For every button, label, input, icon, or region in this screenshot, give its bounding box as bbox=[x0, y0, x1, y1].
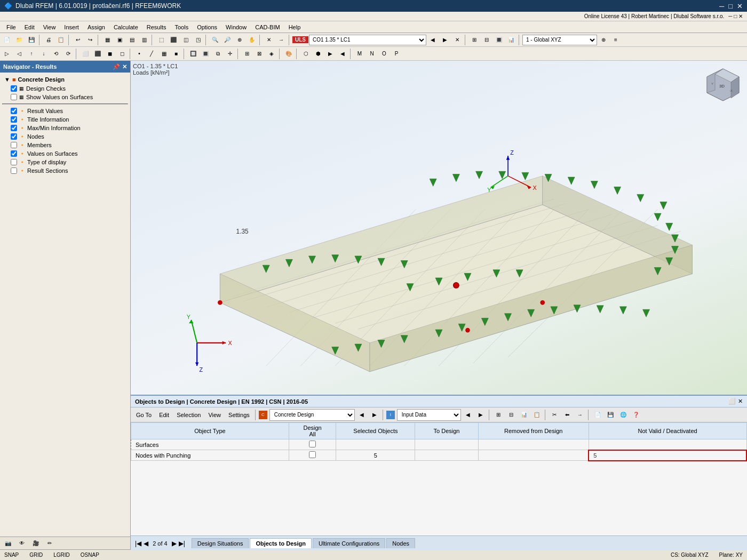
tb2-a[interactable]: 🔲 bbox=[187, 48, 199, 60]
tb2-9[interactable]: ◼ bbox=[104, 48, 116, 60]
tb2-d[interactable]: ✛ bbox=[224, 48, 236, 60]
tb2-5[interactable]: ⟲ bbox=[50, 48, 62, 60]
maximize-btn[interactable]: □ bbox=[728, 2, 733, 10]
status-snap[interactable]: SNAP bbox=[4, 552, 19, 558]
tb-zoom-all[interactable]: ⊕ bbox=[234, 34, 245, 46]
td-design-all-surfaces[interactable] bbox=[289, 439, 336, 450]
nav-cb-nodes[interactable] bbox=[11, 133, 17, 140]
tb-x[interactable]: ✕ bbox=[263, 34, 275, 46]
bp-next2[interactable]: ▶ bbox=[475, 409, 487, 421]
nav-cb-values-surfaces[interactable] bbox=[11, 150, 17, 157]
menu-file[interactable]: File bbox=[2, 23, 20, 31]
nav-item-members[interactable]: 🔸 Members bbox=[2, 141, 128, 149]
tb2-e[interactable]: ⊞ bbox=[241, 48, 253, 60]
status-osnap[interactable]: OSNAP bbox=[81, 552, 99, 558]
tb-b7[interactable]: ◫ bbox=[180, 34, 192, 46]
tb-redo[interactable]: ↪ bbox=[84, 34, 96, 46]
tb-print[interactable]: 🖨 bbox=[43, 34, 54, 46]
nav-cb-show-values[interactable] bbox=[11, 94, 17, 100]
nav-item-design-checks[interactable]: ▦ Design Checks bbox=[2, 84, 128, 93]
tb-print2[interactable]: 📋 bbox=[55, 34, 67, 46]
tb2-b[interactable]: 🔳 bbox=[200, 48, 211, 60]
menu-window[interactable]: Window bbox=[221, 23, 251, 31]
status-grid[interactable]: GRID bbox=[29, 552, 43, 558]
tb-pan[interactable]: ✋ bbox=[246, 34, 258, 46]
nav-section-concrete[interactable]: ▼ ■ Concrete Design bbox=[2, 75, 128, 84]
tb2-1[interactable]: ▷ bbox=[1, 48, 13, 60]
tb-b5[interactable]: ⬚ bbox=[155, 34, 167, 46]
bp-prev[interactable]: ◀ bbox=[356, 409, 368, 421]
tb-load-x[interactable]: ✕ bbox=[451, 34, 463, 46]
bp-next[interactable]: ▶ bbox=[369, 409, 380, 421]
tb-new[interactable]: 📄 bbox=[1, 34, 13, 46]
nav-cb-maxmin[interactable] bbox=[11, 125, 17, 131]
nav-prev[interactable]: ◀ bbox=[144, 540, 148, 547]
load-combo-select[interactable]: CO1 1.35 * LC1 bbox=[309, 35, 426, 45]
tb2-g[interactable]: ◈ bbox=[266, 48, 277, 60]
tb-save[interactable]: 💾 bbox=[26, 34, 37, 46]
nav-item-values-surfaces[interactable]: 🔸 Values on Surfaces bbox=[2, 149, 128, 158]
tab-objects-to-design[interactable]: Objects to Design bbox=[250, 538, 312, 548]
tab-ultimate-configurations[interactable]: Ultimate Configurations bbox=[313, 538, 385, 548]
tb-r3[interactable]: 🔳 bbox=[493, 34, 505, 46]
tb-r4[interactable]: 📊 bbox=[505, 34, 517, 46]
tb2-p[interactable]: P bbox=[391, 48, 402, 60]
tb2-line[interactable]: ╱ bbox=[146, 48, 157, 60]
bp-tb4[interactable]: 📋 bbox=[531, 409, 543, 421]
menu-insert[interactable]: Insert bbox=[60, 23, 83, 31]
nav-pin[interactable]: 📌 bbox=[113, 63, 120, 70]
bp-tb3[interactable]: 📊 bbox=[518, 409, 530, 421]
bp-menu-view[interactable]: View bbox=[205, 411, 224, 419]
bp-tb1[interactable]: ⊞ bbox=[492, 409, 504, 421]
tb-prev-load[interactable]: ◀ bbox=[427, 34, 439, 46]
menu-options[interactable]: Options bbox=[193, 23, 221, 31]
bp-menu-settings[interactable]: Settings bbox=[225, 411, 253, 419]
tb2-10[interactable]: ◻ bbox=[116, 48, 128, 60]
nav-cb-design-checks[interactable] bbox=[11, 85, 17, 92]
nav-first[interactable]: |◀ bbox=[135, 540, 141, 547]
tb-zoom-in[interactable]: 🔍 bbox=[209, 34, 221, 46]
nav-close[interactable]: ✕ bbox=[122, 63, 127, 70]
tb-c2[interactable]: ≡ bbox=[610, 34, 622, 46]
tb2-8[interactable]: ⬛ bbox=[92, 48, 104, 60]
status-lgrid[interactable]: LGRID bbox=[53, 552, 70, 558]
tb-r2[interactable]: ⊟ bbox=[481, 34, 492, 46]
tb-open[interactable]: 📁 bbox=[13, 34, 25, 46]
tab-nodes[interactable]: Nodes bbox=[386, 538, 415, 548]
tb2-k[interactable]: ▶ bbox=[324, 48, 336, 60]
tb2-solid[interactable]: ■ bbox=[170, 48, 182, 60]
bp-tb10[interactable]: 🌐 bbox=[617, 409, 629, 421]
cb-design-all-surfaces[interactable] bbox=[309, 441, 316, 447]
cb-design-all-punching[interactable] bbox=[309, 451, 316, 458]
tb2-c[interactable]: ⧉ bbox=[212, 48, 224, 60]
nav-item-nodes[interactable]: 🔸 Nodes bbox=[2, 132, 128, 141]
tb2-f[interactable]: ⊠ bbox=[253, 48, 265, 60]
bp-tb9[interactable]: 💾 bbox=[605, 409, 616, 421]
bp-tb6[interactable]: ⬅ bbox=[561, 409, 573, 421]
bp-tb7[interactable]: → bbox=[574, 409, 586, 421]
tb-r1[interactable]: ⊞ bbox=[468, 34, 480, 46]
nav-cb-title-info[interactable] bbox=[11, 116, 17, 123]
menu-cadbim[interactable]: CAD-BIM bbox=[251, 23, 284, 31]
viewport-3d[interactable]: CO1 - 1.35 * LC1 Loads [kN/m²] bbox=[131, 61, 747, 395]
menu-view[interactable]: View bbox=[39, 23, 60, 31]
tb-zoom-out[interactable]: 🔎 bbox=[221, 34, 233, 46]
menu-results[interactable]: Results bbox=[142, 23, 171, 31]
nav-cb-result-sections[interactable] bbox=[11, 167, 17, 174]
td-design-all-punching[interactable] bbox=[289, 450, 336, 461]
coord-select[interactable]: 1 - Global XYZ bbox=[522, 35, 597, 45]
tb2-j[interactable]: ⬢ bbox=[312, 48, 324, 60]
menu-edit[interactable]: Edit bbox=[20, 23, 39, 31]
bp-tb2[interactable]: ⊟ bbox=[505, 409, 517, 421]
tb2-l[interactable]: ◀ bbox=[337, 48, 348, 60]
tb2-3[interactable]: ↑ bbox=[26, 48, 37, 60]
tb2-o[interactable]: O bbox=[378, 48, 390, 60]
tab-design-situations[interactable]: Design Situations bbox=[192, 538, 249, 548]
nav-item-result-values[interactable]: 🔸 Result Values bbox=[2, 107, 128, 115]
minimize-btn[interactable]: ─ bbox=[719, 2, 724, 10]
bottom-panel-controls[interactable]: ⬜ ✕ bbox=[728, 398, 743, 405]
tb2-surf[interactable]: ▦ bbox=[158, 48, 170, 60]
nav-btn-camera[interactable]: 📷 bbox=[2, 538, 14, 549]
nav-btn-video[interactable]: 🎥 bbox=[30, 538, 42, 549]
tb2-6[interactable]: ⟳ bbox=[62, 48, 74, 60]
